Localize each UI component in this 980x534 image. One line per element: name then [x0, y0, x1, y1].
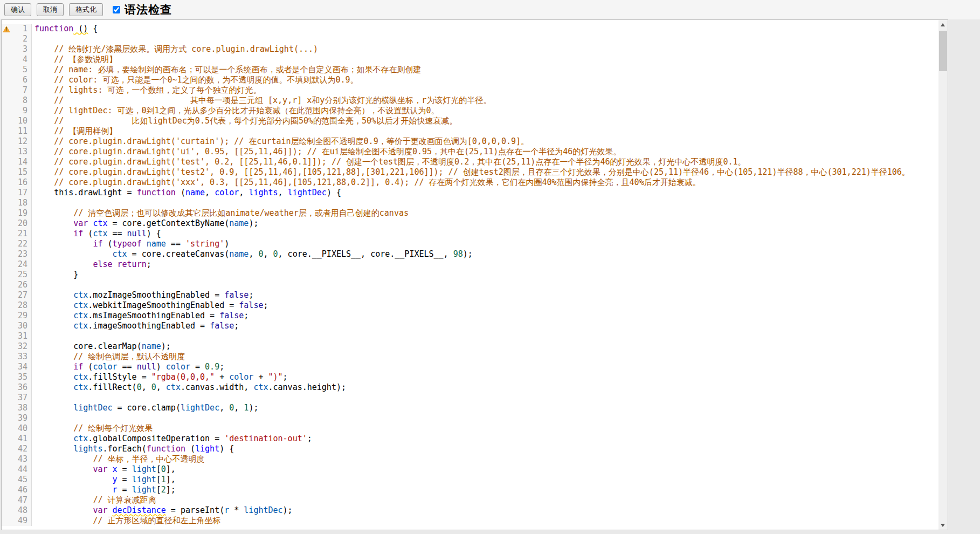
code-line[interactable]: 40 // 绘制每个灯光效果 — [2, 423, 938, 434]
code-line[interactable]: 20 var ctx = core.getContextByName(name)… — [2, 218, 938, 229]
code-line[interactable]: 36 ctx.fillRect(0, 0, ctx.canvas.width, … — [2, 382, 938, 393]
lint-gutter-cell — [2, 157, 11, 167]
line-number: 36 — [11, 382, 32, 393]
code-line-text: // core.plugin.drawLight('test', 0.2, [[… — [32, 157, 938, 167]
code-line[interactable]: 46 r = light[2]; — [2, 485, 938, 495]
code-line[interactable]: 23 ctx = core.createCanvas(name, 0, 0, c… — [2, 249, 938, 259]
code-line-text — [32, 280, 938, 290]
code-line[interactable]: 28 ctx.webkitImageSmoothingEnabled = fal… — [2, 300, 938, 311]
code-line[interactable]: 42 lights.forEach(function (light) { — [2, 444, 938, 454]
code-line-text: // 计算衰减距离 — [32, 495, 938, 505]
code-line[interactable]: 49 // 正方形区域的直径和左上角坐标 — [2, 516, 938, 526]
code-line[interactable]: 19 // 清空色调层；也可以修改成其它层比如animate/weather层，… — [2, 208, 938, 218]
plugin-code-editor-page: 确认 取消 格式化 语法检查 1function () {23 // 绘制灯光/… — [0, 0, 980, 534]
code-line-text: ctx = core.createCanvas(name, 0, 0, core… — [32, 249, 938, 259]
line-number: 35 — [11, 372, 32, 382]
code-line-text: y = light[1], — [32, 475, 938, 485]
line-number: 7 — [11, 85, 32, 95]
code-line-text: ctx.fillRect(0, 0, ctx.canvas.width, ctx… — [32, 382, 938, 393]
line-number: 33 — [11, 352, 32, 362]
code-line[interactable]: 30 ctx.imageSmoothingEnabled = false; — [2, 321, 938, 331]
confirm-button[interactable]: 确认 — [4, 3, 31, 16]
lint-gutter-cell — [2, 270, 11, 280]
code-line[interactable]: 7 // lights: 可选，一个数组，定义了每个独立的灯光。 — [2, 85, 938, 95]
code-line[interactable]: 11 // 【调用样例】 — [2, 126, 938, 136]
warning-icon — [3, 26, 10, 32]
code-line[interactable]: 41 ctx.globalCompositeOperation = 'desti… — [2, 434, 938, 444]
lint-gutter-cell — [2, 147, 11, 157]
code-line[interactable]: 16 // core.plugin.drawLight('xxx', 0.3, … — [2, 177, 938, 188]
code-line-text: lights.forEach(function (light) { — [32, 444, 938, 454]
code-lines[interactable]: 1function () {23 // 绘制灯光/漆黑层效果。调用方式 core… — [2, 20, 938, 530]
cancel-button[interactable]: 取消 — [37, 3, 64, 16]
scroll-up-button[interactable] — [938, 20, 948, 29]
format-button[interactable]: 格式化 — [69, 3, 103, 16]
code-line[interactable]: 9 // lightDec: 可选，0到1之间，光从多少百分比才开始衰减（在此范… — [2, 106, 938, 116]
line-number: 9 — [11, 106, 32, 116]
code-line-text — [32, 393, 938, 403]
lint-gutter-cell — [2, 34, 11, 44]
lint-gutter-cell — [2, 352, 11, 362]
vertical-scrollbar[interactable] — [938, 20, 948, 530]
line-number: 18 — [11, 198, 32, 208]
code-line[interactable]: 15 // core.plugin.drawLight('test2', 0.9… — [2, 167, 938, 177]
arrow-down-icon — [941, 524, 945, 527]
lint-gutter-cell — [2, 44, 11, 54]
code-line[interactable]: 22 if (typeof name == 'string') — [2, 239, 938, 249]
code-line[interactable]: 24 else return; — [2, 259, 938, 270]
code-line[interactable]: 47 // 计算衰减距离 — [2, 495, 938, 505]
lint-gutter-cell — [2, 516, 11, 526]
code-line[interactable]: 26 — [2, 280, 938, 290]
code-line[interactable]: 38 lightDec = core.clamp(lightDec, 0, 1)… — [2, 403, 938, 413]
code-line[interactable]: 5 // name: 必填，要绘制到的画布名；可以是一个系统画布，或者是个自定义… — [2, 65, 938, 75]
code-line[interactable]: 29 ctx.msImageSmoothingEnabled = false; — [2, 311, 938, 321]
code-line[interactable]: 18 — [2, 198, 938, 208]
code-line-text: else return; — [32, 259, 938, 270]
line-number: 1 — [11, 24, 32, 34]
line-number: 43 — [11, 454, 32, 464]
code-line[interactable]: 8 // 其中每一项是三元组 [x,y,r] x和y分别为该灯光的横纵坐标，r为… — [2, 95, 938, 106]
lint-gutter-cell — [2, 382, 11, 393]
code-line[interactable]: 39 — [2, 413, 938, 423]
code-line[interactable]: 34 if (color == null) color = 0.9; — [2, 362, 938, 372]
code-line-text: // lights: 可选，一个数组，定义了每个独立的灯光。 — [32, 85, 938, 95]
code-line-text: // color: 可选，只能是一个0~1之间的数，为不透明度的值。不填则默认为… — [32, 75, 938, 85]
scrollbar-thumb[interactable] — [939, 31, 947, 71]
scroll-down-button[interactable] — [938, 521, 948, 530]
code-line[interactable]: 2 — [2, 34, 938, 44]
lint-gutter-cell — [2, 177, 11, 188]
code-line[interactable]: 17 this.drawLight = function (name, colo… — [2, 188, 938, 198]
code-line[interactable]: 35 ctx.fillStyle = "rgba(0,0,0," + color… — [2, 372, 938, 382]
code-line[interactable]: 21 if (ctx == null) { — [2, 229, 938, 239]
code-line[interactable]: 1function () { — [2, 24, 938, 34]
code-line[interactable]: 6 // color: 可选，只能是一个0~1之间的数，为不透明度的值。不填则默… — [2, 75, 938, 85]
code-editor[interactable]: 1function () {23 // 绘制灯光/漆黑层效果。调用方式 core… — [1, 19, 948, 530]
code-line[interactable]: 44 var x = light[0], — [2, 464, 938, 475]
code-line-text: // lightDec: 可选，0到1之间，光从多少百分比才开始衰减（在此范围内… — [32, 106, 938, 116]
line-number: 26 — [11, 280, 32, 290]
code-line[interactable]: 4 // 【参数说明】 — [2, 54, 938, 65]
code-line[interactable]: 3 // 绘制灯光/漆黑层效果。调用方式 core.plugin.drawLig… — [2, 44, 938, 54]
code-line[interactable]: 33 // 绘制色调层，默认不透明度 — [2, 352, 938, 362]
lint-gutter-cell — [2, 393, 11, 403]
lint-gutter-cell — [2, 505, 11, 516]
code-line[interactable]: 32 core.clearMap(name); — [2, 341, 938, 352]
code-line[interactable]: 12 // core.plugin.drawLight('curtain'); … — [2, 136, 938, 147]
code-line[interactable]: 25 } — [2, 270, 938, 280]
line-number: 21 — [11, 229, 32, 239]
code-line[interactable]: 31 — [2, 331, 938, 341]
code-line[interactable]: 10 // 比如lightDec为0.5代表，每个灯光部分内圈50%的范围全亮，… — [2, 116, 938, 126]
code-line[interactable]: 48 var decDistance = parseInt(r * lightD… — [2, 505, 938, 516]
code-line[interactable]: 45 y = light[1], — [2, 475, 938, 485]
syntax-check-checkbox[interactable] — [113, 6, 120, 13]
code-line[interactable]: 13 // core.plugin.drawLight('ui', 0.95, … — [2, 147, 938, 157]
lint-gutter-cell — [2, 495, 11, 505]
code-line[interactable]: 37 — [2, 393, 938, 403]
code-line[interactable]: 27 ctx.mozImageSmoothingEnabled = false; — [2, 290, 938, 300]
code-line-text: ctx.msImageSmoothingEnabled = false; — [32, 311, 938, 321]
line-number: 44 — [11, 464, 32, 475]
code-line-text: // 绘制灯光/漆黑层效果。调用方式 core.plugin.drawLight… — [32, 44, 938, 54]
code-line[interactable]: 14 // core.plugin.drawLight('test', 0.2,… — [2, 157, 938, 167]
code-line[interactable]: 43 // 坐标，半径，中心不透明度 — [2, 454, 938, 464]
lint-gutter-cell — [2, 464, 11, 475]
